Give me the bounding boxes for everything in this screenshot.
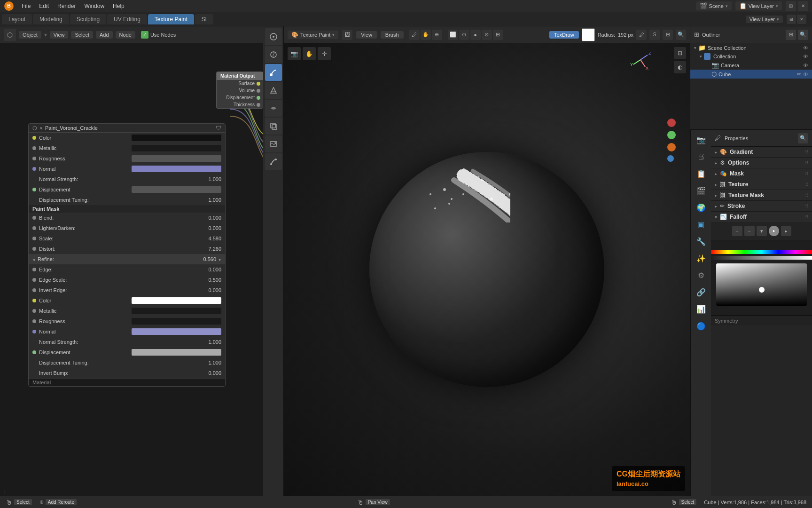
surface-socket[interactable] [257,82,260,86]
hand-nav-btn[interactable]: ✋ [303,47,316,60]
search-btn[interactable]: 🔍 [676,30,686,40]
use-nodes-checkbox[interactable]: ✓ [141,31,148,39]
vp-mode3-btn[interactable]: ⊕ [432,30,442,40]
scene-close2-btn[interactable]: ✕ [797,15,806,24]
tool-fill[interactable] [265,82,282,99]
normal-socket-left[interactable] [32,167,36,171]
falloff-remove-btn[interactable]: − [744,226,755,236]
material-node[interactable]: ⬡ ▾ Paint_Voronoi_Crackle 🛡 Color Metall… [28,123,226,387]
lighten-value[interactable]: 0.000 [198,225,221,231]
data-props-btn[interactable]: 📊 [693,301,709,317]
tree-collection[interactable]: ▾ Collection 👁 [690,52,812,61]
modifier-props-btn[interactable]: 🔧 [693,233,709,249]
falloff-down-btn[interactable]: ▾ [757,226,767,236]
tree-scene-collection[interactable]: ▾ 📁 Scene Collection 👁 [690,43,812,52]
view-layer-props-btn[interactable]: 📋 [693,166,709,182]
camera-eye[interactable]: 👁 [803,63,808,68]
falloff-dot-btn[interactable]: ● [769,226,779,236]
roughness2-socket[interactable] [32,319,36,323]
crosshair-nav-btn[interactable]: ✛ [318,47,331,60]
displacement-socket[interactable] [257,96,260,100]
tool-brush[interactable] [265,64,282,81]
view-btn[interactable]: View [356,31,377,39]
tool-mask-paint[interactable] [265,153,282,170]
edge-scale-value[interactable]: 0.500 [198,277,221,283]
falloff-header[interactable]: ▾ 📉 Falloff ⠿ [711,212,812,222]
disp2-socket[interactable] [32,350,36,354]
scene-expand2-btn[interactable]: ⊞ [787,15,796,24]
particle-props-btn[interactable]: ✨ [693,250,709,266]
texture-paint-mode-btn[interactable]: 🎨 Texture Paint ▾ [288,31,338,39]
scene-expand-btn[interactable]: ⊞ [786,1,796,11]
normal2-bar[interactable] [132,328,221,335]
node-canvas[interactable]: Material Output Surface Volume Displacem… [0,43,263,496]
world-props-btn[interactable]: 🌍 [693,199,709,215]
node-select-btn[interactable]: Select [71,31,93,39]
persp-btn[interactable]: ⊡ [674,47,686,59]
disp-socket-left[interactable] [32,188,36,191]
metallic2-bar[interactable] [132,308,221,314]
viewport-icon-btn[interactable]: 🖼 [342,30,352,40]
props-search-btn[interactable]: 🔍 [798,133,808,143]
thickness-socket[interactable] [257,103,260,107]
hue-slider[interactable] [711,250,812,254]
alpha-slider[interactable] [711,256,812,260]
node-object-btn[interactable]: Object [19,31,41,39]
tool-smear[interactable] [265,100,282,117]
tab-sculpting[interactable]: Sculpting [70,14,106,24]
color-picker-handle[interactable] [759,287,765,293]
output-node[interactable]: Material Output Surface Volume Displacem… [216,71,263,109]
tree-camera[interactable]: ▸ 📷 Camera 👁 [690,61,812,70]
displacement-bar[interactable] [132,186,221,193]
constraint-props-btn[interactable]: 🔗 [693,284,709,300]
tool-cursor[interactable] [265,28,282,45]
object-props-btn[interactable]: ▣ [693,216,709,232]
color2-socket[interactable] [32,299,36,302]
color2-bar[interactable] [132,297,221,304]
tool-image[interactable] [265,135,282,152]
options-header[interactable]: ▸ ⚙ Options ⠿ [711,158,812,168]
tab-texture-paint[interactable]: Texture Paint [148,14,194,24]
cube-edit-btn[interactable]: ✏ [797,71,801,77]
texture-header[interactable]: ▸ 🖼 Texture ⠿ [711,179,812,190]
scene-props-btn[interactable]: 🎬 [693,183,709,198]
scene-coll-eye[interactable]: 👁 [803,45,808,51]
gradient-header[interactable]: ▸ 🎨 Gradient ⠿ [711,147,812,157]
falloff-add-btn[interactable]: + [732,226,742,236]
cube-eye[interactable]: 👁 [803,71,808,77]
blend-value[interactable]: 0.000 [198,215,221,221]
physics-props-btn[interactable]: ⚙ [693,267,709,283]
menu-file[interactable]: File [18,2,34,10]
menu-render[interactable]: Render [54,2,79,10]
tab-modeling[interactable]: Modeling [33,14,69,24]
roughness-socket-left[interactable] [32,157,36,160]
refine-value[interactable]: 0.560 [193,256,216,262]
vp-disp1-btn[interactable]: ⬜ [448,30,458,40]
brush-icon-btn[interactable]: 🖊 [636,30,647,40]
tab-layout[interactable]: Layout [2,14,32,24]
viewlayer-right-btn[interactable]: View Layer ▾ [746,16,783,23]
blender-logo[interactable]: B [4,1,14,11]
outliner-search-btn[interactable]: 🔍 [798,30,808,40]
shading-btn[interactable]: ◐ [674,61,686,73]
tab-uv-editing[interactable]: UV Editing [107,14,147,24]
node-add-btn[interactable]: Add [96,31,113,39]
vp-mode1-btn[interactable]: 🖊 [409,30,420,40]
sym-btn[interactable]: S [649,30,660,40]
edge-value[interactable]: 0.000 [198,267,221,272]
output-props-btn[interactable]: 🖨 [693,149,709,165]
color-picker-square[interactable] [716,263,807,306]
tool-paint[interactable] [265,46,282,63]
render-props-btn[interactable]: 📷 [693,132,709,148]
metallic-bar[interactable] [132,145,221,151]
invert-edge-value[interactable]: 0.000 [198,287,221,293]
menu-edit[interactable]: Edit [35,2,53,10]
vp-disp4-btn[interactable]: ⊘ [482,30,492,40]
vp-disp5-btn[interactable]: ⊞ [493,30,503,40]
mask-header[interactable]: ▸ 🎭 Mask ⠿ [711,168,812,179]
normal-bar[interactable] [132,166,221,172]
refine-row[interactable]: ◂ Refine: 0.560 ▸ [29,254,225,264]
metallic-socket-left[interactable] [32,146,36,150]
volume-socket[interactable] [257,89,260,93]
scene-close-btn[interactable]: ✕ [798,1,808,11]
